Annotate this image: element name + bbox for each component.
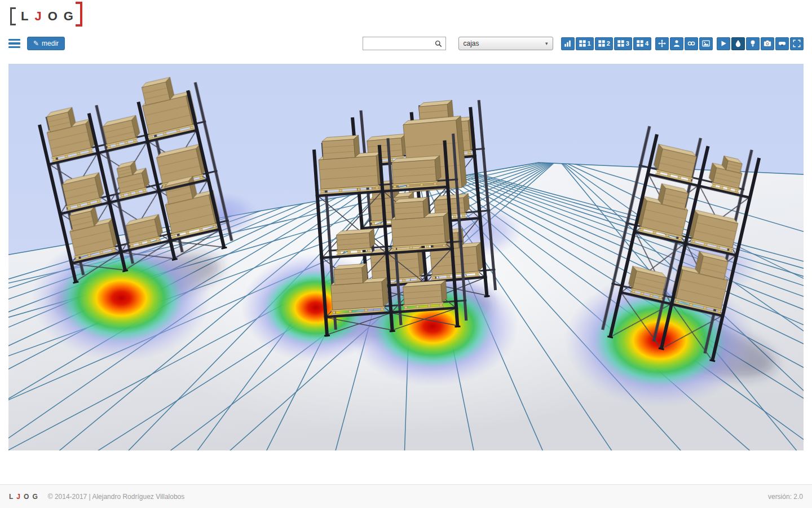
app-logo: LJOG (10, 6, 82, 27)
button-number-label: 2 (607, 40, 610, 47)
grid-icon (617, 40, 625, 47)
logo-letter: J (16, 493, 20, 501)
menu-button[interactable] (8, 39, 20, 49)
toolbar-group-display (717, 37, 804, 50)
layout-3-button[interactable]: 3 (614, 37, 632, 50)
object-type-select-value: cajas (464, 40, 479, 47)
object-type-select[interactable]: cajas ▾ (458, 37, 553, 50)
person-button[interactable] (670, 37, 683, 50)
search-input[interactable] (363, 37, 432, 50)
scene-svg (8, 64, 804, 450)
magnifier-icon[interactable] (432, 37, 445, 50)
button-number-label: 4 (645, 40, 648, 47)
bulb-icon (749, 40, 757, 47)
person-icon (673, 40, 681, 47)
vr-goggles-button[interactable] (775, 37, 789, 50)
light-button[interactable] (746, 37, 760, 50)
camera-button[interactable] (761, 37, 774, 50)
layout-4-button[interactable]: 4 (633, 37, 651, 50)
measure-button[interactable]: ✎ medir (27, 37, 65, 50)
logo-right-bracket-icon (76, 2, 82, 27)
logo-letter: L (9, 493, 13, 501)
grid-icon (598, 40, 606, 47)
copyright-text: © 2014-2017 | Alejandro Rodríguez Villal… (48, 493, 185, 501)
move-icon (658, 40, 666, 47)
bar-chart-icon (564, 40, 572, 47)
main-toolbar: ✎ medir cajas ▾ 1234 (0, 32, 812, 55)
select-caret-icon: ▾ (545, 41, 548, 46)
button-number-label: 3 (626, 40, 629, 47)
goggles-icon (778, 40, 786, 47)
logo-letter: L (21, 9, 34, 23)
grid-icon (636, 40, 644, 47)
pencil-icon: ✎ (33, 40, 39, 47)
version-text: versión: 2.0 (768, 493, 803, 501)
play-button[interactable] (717, 37, 730, 50)
droplet-icon (734, 40, 742, 47)
toolbar-group-tools (655, 37, 713, 50)
fullscreen-button[interactable] (790, 37, 804, 50)
logo-letter: G (32, 493, 37, 501)
image-button[interactable] (699, 37, 713, 50)
toolbar-button-groups: 1234 (561, 37, 804, 50)
layout-1-button[interactable]: 1 (576, 37, 594, 50)
expand-icon (793, 40, 801, 47)
logo-letter: O (48, 9, 64, 23)
footer-logo: LJOG (9, 493, 41, 501)
app-footer: LJOG © 2014-2017 | Alejandro Rodríguez V… (0, 484, 812, 508)
app-header: LJOG (0, 0, 812, 32)
button-number-label: 1 (588, 40, 591, 47)
search-box (363, 37, 446, 50)
link-icon (687, 40, 695, 47)
move-button[interactable] (655, 37, 669, 50)
heatmap-button[interactable] (731, 37, 745, 50)
warehouse-3d-viewport[interactable] (8, 64, 804, 450)
link-button[interactable] (685, 37, 698, 50)
image-icon (702, 40, 710, 47)
logo-letter: O (24, 493, 29, 501)
logo-letters: LJOG (21, 10, 80, 23)
chart-button[interactable] (561, 37, 575, 50)
grid-icon (579, 40, 586, 47)
logo-left-bracket-icon (10, 7, 16, 25)
logo-letter: J (34, 9, 47, 23)
layout-2-button[interactable]: 2 (595, 37, 613, 50)
camera-icon (764, 40, 771, 47)
measure-button-label: medir (42, 40, 59, 47)
toolbar-group-views: 1234 (561, 37, 652, 50)
play-icon (720, 40, 727, 47)
